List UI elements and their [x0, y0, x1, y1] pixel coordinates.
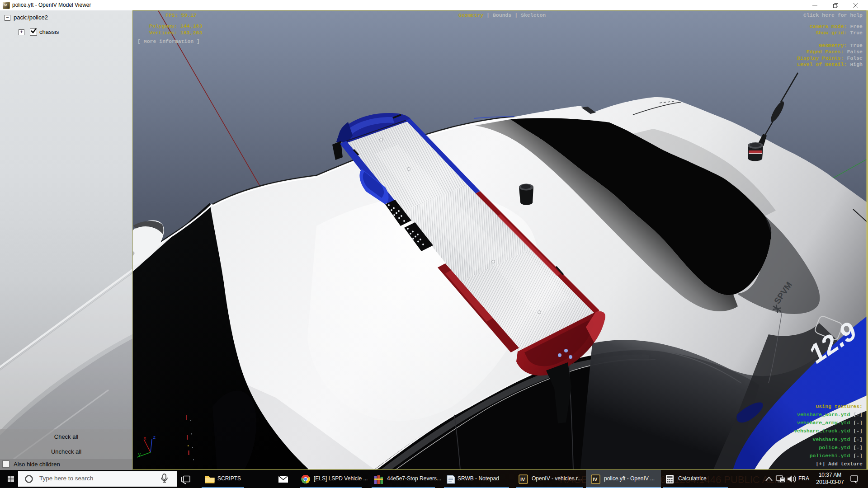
svg-text:Geometry: True: Geometry: True — [819, 42, 863, 48]
svg-text:FPS: 59.17: FPS: 59.17 — [165, 12, 197, 18]
svg-text:Camera mode: Free: Camera mode: Free — [810, 23, 863, 29]
svg-text:[+] Add texture: [+] Add texture — [816, 461, 863, 467]
svg-text:Using textures:: Using textures: — [816, 404, 863, 409]
svg-text:Polygons: 144,163: Polygons: 144,163 — [149, 23, 202, 29]
svg-text:Level of Detail: High: Level of Detail: High — [797, 61, 863, 67]
svg-text:vehshare_truck.ytd [-]: vehshare_truck.ytd [-] — [794, 428, 863, 434]
svg-text:police.ytd [-]: police.ytd [-] — [819, 445, 863, 450]
svg-text:z: z — [153, 435, 156, 440]
svg-text:Show grid: True: Show grid: True — [816, 30, 863, 36]
svg-text:x: x — [143, 436, 146, 441]
svg-text:vehshare_army.ytd [-]: vehshare_army.ytd [-] — [797, 420, 863, 426]
svg-text:Display Points: False: Display Points: False — [797, 55, 863, 61]
svg-text:vehshare_worn.ytd [-]: vehshare_worn.ytd [-] — [797, 412, 863, 418]
svg-text:Click here for help: Click here for help — [803, 12, 863, 18]
svg-text:vehshare.ytd [-]: vehshare.ytd [-] — [813, 436, 863, 442]
svg-text:Vertices: 163,203: Vertices: 163,203 — [149, 30, 202, 36]
svg-text:Geometry | Bounds | Skeleton: Geometry | Bounds | Skeleton — [458, 12, 546, 18]
svg-text:y: y — [138, 452, 141, 457]
svg-text:police+hi.ytd [-]: police+hi.ytd [-] — [810, 453, 863, 459]
svg-text:Edged Faces: False: Edged Faces: False — [807, 49, 863, 55]
svg-text:[ More information ]: [ More information ] — [137, 38, 200, 44]
